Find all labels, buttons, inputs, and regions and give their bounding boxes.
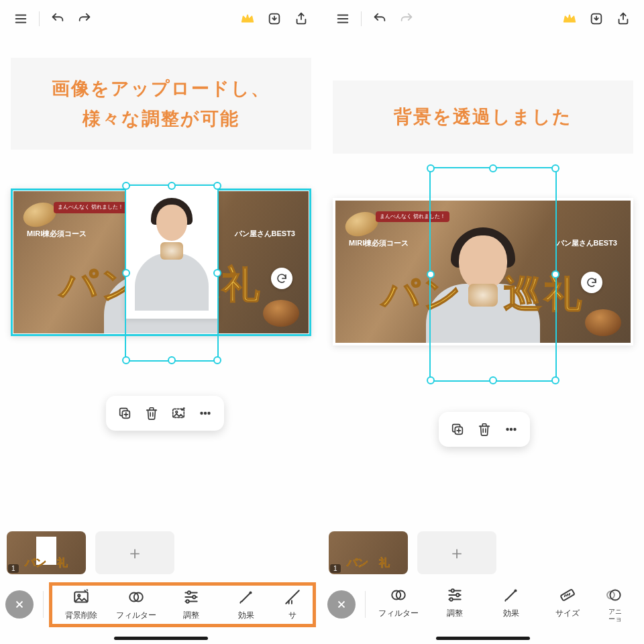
bottom-toolbar: フィルター 調整 効果 サイズ アニーョ <box>322 577 644 644</box>
page-number: 1 <box>8 564 19 573</box>
small-text-left: MIRI棟必須コース <box>349 238 409 248</box>
svg-line-51 <box>569 594 570 595</box>
redo-icon[interactable] <box>73 7 96 30</box>
page-thumbnail[interactable]: パン 礼 1 <box>7 531 86 574</box>
share-icon[interactable] <box>612 7 635 30</box>
duplicate-button[interactable] <box>445 417 470 441</box>
selection-frame[interactable] <box>125 184 219 362</box>
home-indicator <box>436 637 530 640</box>
crown-icon[interactable] <box>236 7 259 30</box>
undo-icon[interactable] <box>46 7 69 30</box>
svg-line-49 <box>565 595 566 596</box>
svg-point-12 <box>205 413 207 415</box>
floating-toolbar <box>439 412 530 447</box>
rotate-handle[interactable] <box>271 268 292 289</box>
menu-icon[interactable] <box>9 7 32 30</box>
selection-frame[interactable] <box>429 167 557 382</box>
svg-point-42 <box>451 589 454 592</box>
add-page-button[interactable]: ＋ <box>417 531 496 574</box>
close-button[interactable] <box>5 590 34 619</box>
caption-line1: 画像をアップロードし、 <box>20 74 302 104</box>
tool-filter[interactable]: フィルター <box>371 586 426 623</box>
left-panel: 画像をアップロードし、 様々な調整が可能 まんべんなく 切れました！ MIRI棟… <box>0 0 322 644</box>
duplicate-button[interactable] <box>113 401 137 425</box>
pages-row: パン 礼 1 ＋ <box>322 529 644 577</box>
tool-adjust[interactable]: 調整 <box>427 586 482 623</box>
tool-size[interactable]: サイズ <box>540 586 595 623</box>
page-thumbnail[interactable]: パン 礼 1 <box>329 531 408 574</box>
rotate-handle[interactable] <box>581 272 602 293</box>
small-text-left: MIRI棟必須コース <box>27 229 87 239</box>
bottom-toolbar: 背景削除 フィルター 調整 効果 サ <box>0 577 322 644</box>
canvas-area[interactable]: まんべんなく 切れました！ MIRI棟必須コース パン屋さんBEST3 パン 巡… <box>333 171 633 372</box>
svg-point-8 <box>176 411 178 413</box>
svg-point-23 <box>193 595 195 598</box>
tool-filter[interactable]: フィルター <box>109 588 164 621</box>
tool-adjust[interactable]: 調整 <box>164 588 219 621</box>
tool-effect[interactable]: 効果 <box>484 586 539 623</box>
topbar <box>0 0 322 38</box>
share-icon[interactable] <box>290 7 313 30</box>
svg-point-10 <box>184 408 184 409</box>
tool-effect[interactable]: 効果 <box>219 588 274 621</box>
caption-line2: 様々な調整が可能 <box>20 104 302 134</box>
tool-bg-remove[interactable]: 背景削除 <box>54 588 109 621</box>
small-text-right: パン屋さんBEST3 <box>235 229 295 239</box>
trash-button[interactable] <box>472 417 496 441</box>
svg-point-46 <box>449 598 452 600</box>
svg-point-25 <box>186 600 189 602</box>
svg-point-17 <box>78 594 80 596</box>
home-indicator <box>114 637 208 640</box>
tool-size-partial[interactable]: サ <box>274 588 311 621</box>
svg-point-34 <box>506 429 508 431</box>
replace-image-button[interactable] <box>166 401 191 425</box>
separator <box>39 11 40 26</box>
svg-point-44 <box>456 594 459 596</box>
svg-line-50 <box>567 594 568 596</box>
caption-box: 画像をアップロードし、 様々な調整が可能 <box>11 58 311 150</box>
redo-icon[interactable] <box>395 7 418 30</box>
caption-line1: 背景を透過しました <box>342 102 624 132</box>
close-button[interactable] <box>327 590 356 619</box>
more-button[interactable] <box>499 417 523 441</box>
separator <box>365 591 366 618</box>
save-icon[interactable] <box>263 7 286 30</box>
menu-icon[interactable] <box>331 7 354 30</box>
floating-toolbar <box>106 396 224 431</box>
page-number: 1 <box>330 564 341 573</box>
svg-point-21 <box>188 591 191 594</box>
badge: まんべんなく 切れました！ <box>54 202 127 213</box>
tools-highlight-frame: 背景削除 フィルター 調整 効果 サ <box>49 582 316 627</box>
pages-row: パン 礼 1 ＋ <box>0 529 322 577</box>
separator <box>43 591 44 618</box>
separator <box>361 11 362 26</box>
svg-point-36 <box>514 429 516 431</box>
svg-point-35 <box>511 429 513 431</box>
small-text-right: パン屋さんBEST3 <box>557 238 617 248</box>
trash-button[interactable] <box>140 401 164 425</box>
crown-icon[interactable] <box>558 7 581 30</box>
more-button[interactable] <box>193 401 217 425</box>
undo-icon[interactable] <box>368 7 391 30</box>
topbar <box>322 0 644 38</box>
svg-point-11 <box>201 413 203 415</box>
svg-point-9 <box>182 409 183 411</box>
tool-animation-partial[interactable]: アニーョ <box>596 586 634 623</box>
svg-point-13 <box>208 413 210 415</box>
canvas-area[interactable]: まんべんなく 切れました！ MIRI棟必須コース パン屋さんBEST3 パン 巡… <box>11 167 311 368</box>
right-panel: 背景を透過しました まんべんなく 切れました！ MIRI棟必須コース パン屋さん… <box>322 0 644 644</box>
caption-box: 背景を透過しました <box>333 80 633 154</box>
save-icon[interactable] <box>585 7 608 30</box>
add-page-button[interactable]: ＋ <box>95 531 174 574</box>
